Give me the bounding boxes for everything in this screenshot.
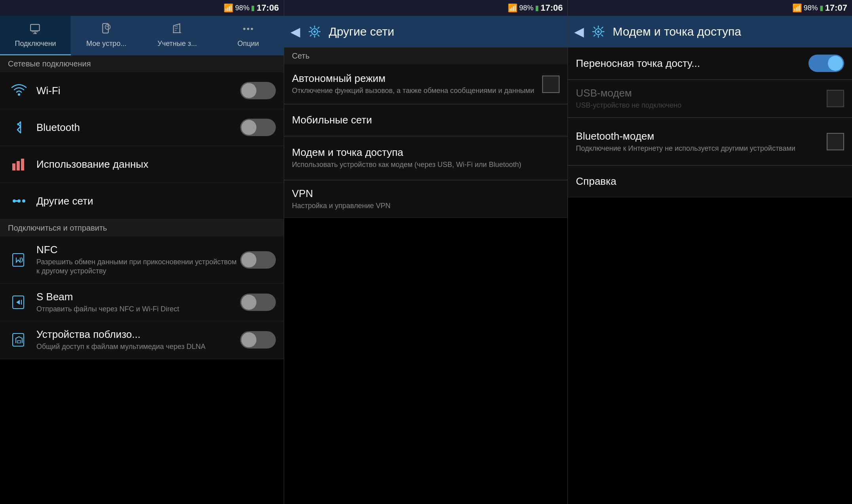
svg-point-7 [105,24,110,29]
battery-bar-2: ▮ [535,4,539,12]
settings-item-help[interactable]: Справка [568,166,852,197]
svg-point-14 [251,28,253,30]
othernets-icon [8,190,30,212]
autonomy-content: Автономный режим Отключение функций вызо… [292,72,543,95]
nearby-toggle[interactable] [240,331,276,349]
settings-item-usbmodem[interactable]: USB-модем USB-устройство не подключено [568,80,852,117]
svg-line-36 [310,35,311,36]
nfc-title: NFC [36,244,240,256]
sbeam-icon [8,291,30,313]
connections-icon [29,23,42,38]
nfc-icon [8,249,30,271]
tab-accounts[interactable]: Учетные з... [142,16,213,55]
svg-line-43 [594,27,595,28]
svg-line-35 [317,27,319,28]
sbeam-toggle[interactable] [240,294,276,311]
svg-point-12 [243,28,246,30]
signal-icon-3: 📶 [792,3,802,13]
status-bar-2: 📶 98% ▮ 17:06 [284,0,568,16]
bluetooth-toggle-knob [241,120,256,135]
tab-mydevice-label: Мое устро... [86,40,126,48]
battery-icon-1: 98% [235,4,249,12]
hotspot-title: Переносная точка досту... [576,57,808,70]
back-button-3[interactable]: ◀ [574,24,584,39]
svg-line-46 [594,35,595,36]
gear-icon-3 [589,22,608,41]
svg-rect-18 [21,159,24,171]
sbeam-subtitle: Отправить файлы через NFC и Wi-Fi Direct [36,305,240,314]
datausage-title: Использование данных [36,158,276,171]
tab-mydevice[interactable]: Мое устро... [71,16,142,55]
time-1: 17:06 [256,3,279,13]
hotspot-content: Переносная точка досту... [576,57,808,70]
usbmodem-title: USB-модем [576,87,827,99]
svg-line-44 [602,35,603,36]
settings-item-nfc[interactable]: NFC Разрешить обмен данными при прикосно… [0,237,284,284]
btmodem-checkbox[interactable] [827,133,844,150]
nfc-toggle[interactable] [240,251,276,269]
bluetooth-icon [8,116,30,138]
settings-item-datausage[interactable]: Использование данных [0,146,284,183]
btmodem-content: Bluetooth-модем Подключение к Интернету … [576,130,827,153]
bluetooth-toggle[interactable] [240,119,276,136]
tab-connections[interactable]: Подключени [0,16,71,55]
vpn-title: VPN [292,188,560,200]
settings-item-mobilenets[interactable]: Мобильные сети [284,104,568,136]
section-header-network: Сетевые подключения [0,55,284,72]
nfc-subtitle: Разрешить обмен данными при прикосновени… [36,258,240,276]
time-3: 17:07 [825,3,847,13]
modem-content: Модем и точка доступа Использовать устро… [292,146,560,169]
subpanel-header-3: ◀ Модем и точка доступа [568,16,852,47]
autonomy-checkbox[interactable] [542,76,560,93]
help-content: Справка [576,175,844,188]
svg-point-28 [313,30,316,33]
settings-item-wifi[interactable]: Wi-Fi [0,72,284,109]
panel-tethering: 📶 98% ▮ 17:07 ◀ Модем и точка доступа [568,0,852,504]
nfc-content: NFC Разрешить обмен данными при прикосно… [36,244,240,276]
wifi-title: Wi-Fi [36,85,240,97]
usbmodem-subtitle: USB-устройство не подключено [576,101,827,110]
mobilenets-content: Мобильные сети [292,114,560,126]
battery-pct-2: 98% [519,4,533,12]
settings-item-bluetooth[interactable]: Bluetooth [0,109,284,146]
settings-item-hotspot[interactable]: Переносная точка досту... [568,47,852,80]
svg-rect-1 [32,30,38,32]
hotspot-toggle-knob [828,56,843,71]
bluetooth-title: Bluetooth [36,121,240,134]
wifi-toggle[interactable] [240,82,276,99]
sbeam-title: S Beam [36,291,240,303]
svg-point-19 [13,199,16,203]
svg-line-9 [175,26,178,27]
header-title-3: Модем и точка доступа [613,25,741,38]
nearby-icon [8,329,30,351]
status-icons-2: 📶 98% ▮ 17:06 [508,3,563,13]
svg-point-38 [597,30,600,33]
svg-rect-16 [12,163,15,171]
svg-point-21 [22,199,25,203]
back-button-2[interactable]: ◀ [290,24,300,39]
settings-item-btmodem[interactable]: Bluetooth-модем Подключение к Интернету … [568,118,852,165]
svg-point-13 [247,28,249,30]
tab-options[interactable]: Опции [213,16,284,55]
settings-item-autonomy[interactable]: Автономный режим Отключение функций вызо… [284,64,568,104]
status-icons-1: 📶 98% ▮ 17:06 [224,3,279,13]
signal-icon-1: 📶 [224,3,233,13]
settings-item-vpn[interactable]: VPN Настройка и управление VPN [284,180,568,218]
svg-line-10 [175,28,178,28]
btmodem-subtitle: Подключение к Интернету не используется … [576,144,827,153]
vpn-content: VPN Настройка и управление VPN [292,188,560,210]
mydevice-icon [100,23,113,38]
settings-item-othernets[interactable]: Другие сети [0,183,284,220]
nfc-toggle-knob [241,252,256,267]
settings-item-modem[interactable]: Модем и точка доступа Использовать устро… [284,136,568,180]
usbmodem-checkbox[interactable] [827,90,844,107]
hotspot-toggle[interactable] [808,55,844,72]
mobilenets-title: Мобильные сети [292,114,560,126]
modem-title: Модем и точка доступа [292,146,560,159]
svg-rect-17 [17,161,20,171]
battery-bar-3: ▮ [820,4,824,12]
wifi-content: Wi-Fi [36,85,240,97]
settings-item-sbeam[interactable]: S Beam Отправить файлы через NFC и Wi-Fi… [0,284,284,321]
nearby-subtitle: Общий доступ к файлам мультимедиа через … [36,342,240,351]
settings-item-nearby[interactable]: Устройства поблизо... Общий доступ к фай… [0,321,284,359]
